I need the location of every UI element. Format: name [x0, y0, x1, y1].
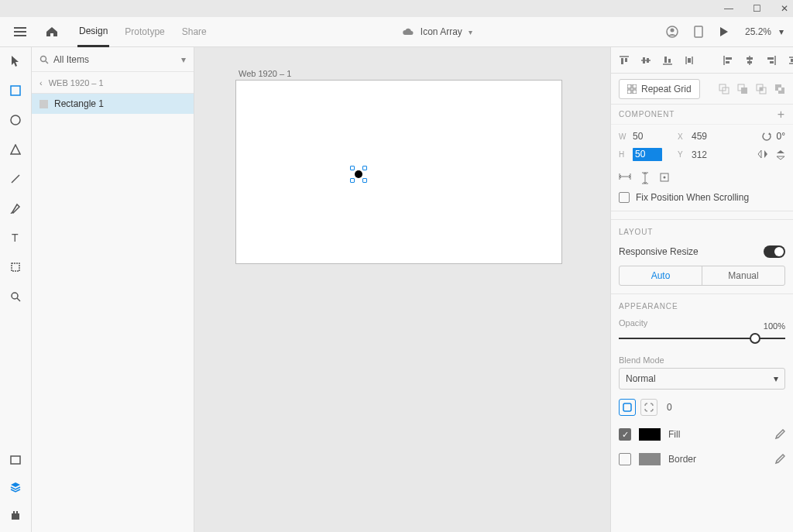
chevron-left-icon: ‹	[39, 78, 43, 88]
align-top-icon[interactable]	[619, 55, 630, 66]
responsive-toggle[interactable]	[764, 245, 785, 258]
corner-radius-input[interactable]: 0	[667, 402, 672, 413]
resp-height-icon[interactable]	[640, 172, 650, 184]
resize-auto[interactable]: Auto	[620, 266, 702, 285]
align-vcenter-icon[interactable]	[640, 55, 651, 66]
artboard-label[interactable]: Web 1920 – 1	[239, 69, 291, 78]
svg-rect-53	[760, 88, 763, 91]
svg-rect-39	[770, 61, 774, 63]
exclude-icon[interactable]	[774, 84, 785, 94]
responsive-label: Responsive Resize	[619, 246, 699, 257]
tab-design[interactable]: Design	[77, 17, 109, 47]
distribute-v-icon[interactable]	[684, 55, 695, 66]
border-checkbox[interactable]	[619, 453, 631, 465]
svg-line-12	[17, 298, 20, 301]
svg-point-4	[670, 29, 674, 33]
svg-rect-43	[627, 84, 631, 88]
breadcrumb[interactable]: ‹ WEB 1920 – 1	[32, 72, 194, 94]
tab-share[interactable]: Share	[180, 17, 208, 47]
search-icon	[39, 55, 49, 64]
blend-label: Blend Mode	[619, 355, 785, 365]
artboard[interactable]	[235, 80, 562, 264]
rotation-input[interactable]: 0°	[777, 131, 785, 142]
pen-tool[interactable]	[8, 201, 23, 216]
opacity-label: Opacity	[619, 318, 785, 328]
tab-prototype[interactable]: Prototype	[123, 17, 166, 47]
appearance-header: APPEARANCE	[619, 302, 785, 311]
search-input[interactable]	[53, 54, 181, 65]
eyedropper-icon[interactable]	[774, 429, 785, 440]
svg-rect-16	[16, 511, 18, 513]
menu-icon[interactable]	[9, 26, 31, 37]
resize-manual[interactable]: Manual	[702, 266, 784, 285]
align-hcenter-icon[interactable]	[744, 55, 755, 66]
svg-rect-45	[627, 90, 631, 94]
y-input[interactable]: 312	[692, 149, 721, 160]
rectangle-tool[interactable]	[8, 83, 23, 98]
blend-mode-select[interactable]: Normal▾	[619, 368, 785, 390]
corner-each-icon[interactable]	[640, 399, 657, 416]
maximize-button[interactable]: ☐	[751, 3, 762, 14]
width-input[interactable]: 50	[633, 131, 662, 142]
subtract-icon[interactable]	[737, 84, 748, 94]
fill-swatch[interactable]	[639, 428, 661, 441]
flip-v-icon[interactable]	[776, 149, 785, 160]
svg-rect-14	[12, 513, 19, 520]
close-button[interactable]: ✕	[779, 3, 790, 14]
fix-position-checkbox[interactable]: Fix Position When Scrolling	[619, 192, 785, 203]
add-component-icon[interactable]: +	[778, 108, 785, 122]
polygon-tool[interactable]	[8, 142, 23, 157]
svg-rect-13	[11, 456, 20, 464]
selected-object[interactable]	[352, 168, 365, 180]
fill-checkbox[interactable]	[619, 428, 631, 441]
zoom-tool[interactable]	[8, 289, 23, 304]
repeat-grid-button[interactable]: Repeat Grid	[619, 79, 700, 99]
resp-width-icon[interactable]	[619, 172, 631, 184]
assets-icon[interactable]	[8, 451, 23, 467]
border-swatch[interactable]	[639, 453, 661, 465]
svg-line-8	[12, 175, 19, 183]
svg-rect-50	[741, 88, 747, 94]
intersect-icon[interactable]	[756, 84, 767, 94]
home-icon[interactable]	[40, 26, 64, 37]
svg-rect-24	[647, 58, 649, 63]
align-bottom-icon[interactable]	[662, 55, 673, 66]
canvas[interactable]: Web 1920 – 1	[194, 47, 610, 532]
add-icon[interactable]	[719, 84, 729, 94]
svg-point-7	[11, 115, 20, 125]
chevron-down-icon[interactable]: ▾	[469, 28, 472, 36]
select-tool[interactable]	[8, 53, 23, 69]
zoom-dropdown[interactable]: 25.2%▾	[745, 26, 784, 37]
search-chevron-icon[interactable]: ▾	[181, 54, 186, 65]
play-icon[interactable]	[719, 26, 729, 37]
document-title[interactable]: Icon Array	[421, 26, 462, 37]
svg-rect-30	[688, 58, 691, 63]
minimize-button[interactable]: —	[723, 3, 734, 14]
plugins-icon[interactable]	[8, 507, 23, 523]
ellipse-tool[interactable]	[8, 112, 23, 128]
cloud-icon	[402, 27, 414, 36]
resp-both-icon[interactable]	[659, 172, 670, 184]
device-icon[interactable]	[694, 26, 703, 38]
svg-rect-6	[11, 86, 20, 95]
flip-h-icon[interactable]	[757, 149, 768, 160]
text-tool[interactable]: T	[8, 230, 23, 245]
x-input[interactable]: 459	[692, 131, 721, 142]
distribute-h-icon[interactable]	[788, 55, 793, 66]
line-tool[interactable]	[8, 171, 23, 187]
user-icon[interactable]	[666, 26, 678, 38]
eyedropper-icon[interactable]	[774, 454, 785, 465]
svg-rect-5	[695, 26, 702, 37]
svg-rect-35	[747, 57, 753, 60]
layers-icon[interactable]	[8, 479, 23, 495]
layer-thumb	[39, 100, 48, 108]
svg-rect-46	[633, 90, 637, 94]
align-left-icon[interactable]	[723, 55, 733, 66]
rotate-icon[interactable]	[761, 131, 772, 142]
artboard-tool[interactable]	[8, 259, 23, 275]
height-input[interactable]: 50	[633, 148, 662, 161]
opacity-slider[interactable]: 100%	[619, 331, 785, 346]
align-right-icon[interactable]	[766, 55, 777, 66]
corner-all-icon[interactable]	[619, 399, 636, 416]
layer-item[interactable]: Rectangle 1	[32, 94, 194, 114]
